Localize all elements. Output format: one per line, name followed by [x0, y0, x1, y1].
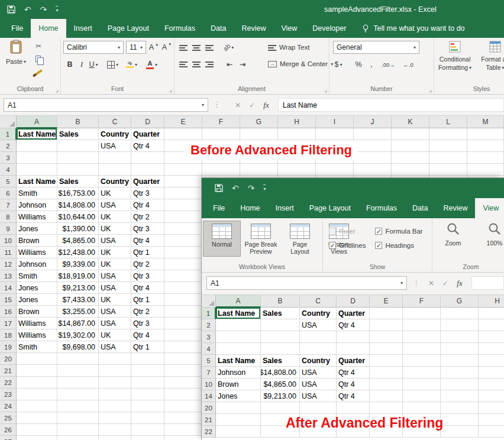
cell-a22[interactable]: [216, 426, 261, 438]
cell-a18[interactable]: Williams: [17, 329, 57, 341]
cell-b14[interactable]: $9,213.00: [261, 390, 300, 402]
cell-c4[interactable]: [300, 343, 337, 355]
column-header-a[interactable]: A: [216, 295, 261, 308]
row-header-2[interactable]: 2: [202, 319, 216, 331]
column-header-b[interactable]: B: [57, 116, 99, 128]
cell-c10[interactable]: USA: [99, 235, 131, 247]
formula-input[interactable]: Last Name: [278, 98, 504, 112]
italic-button[interactable]: I: [76, 58, 87, 71]
cell-c22[interactable]: [99, 377, 131, 389]
cell-a3[interactable]: [17, 152, 57, 164]
cell-a7[interactable]: Johnson: [216, 367, 261, 378]
view-button-page-break-preview[interactable]: Page Break Preview: [242, 221, 280, 257]
cell-l1[interactable]: [429, 128, 467, 140]
column-header-c[interactable]: C: [99, 116, 131, 128]
cell-a24[interactable]: [17, 400, 57, 412]
row-header-1[interactable]: 1: [0, 128, 17, 140]
cell-e5[interactable]: [370, 355, 403, 367]
cell-c5[interactable]: Country: [300, 355, 337, 367]
cell-j1[interactable]: [354, 128, 392, 140]
column-header-e[interactable]: E: [370, 295, 403, 308]
cell-c8[interactable]: UK: [99, 211, 131, 223]
column-header-l[interactable]: L: [429, 116, 467, 128]
cell-d14[interactable]: Qtr 4: [131, 282, 164, 294]
column-header-g[interactable]: G: [240, 116, 278, 128]
cell-b18[interactable]: $19,302.00: [57, 329, 99, 341]
cell-b17[interactable]: $14,867.00: [57, 318, 99, 329]
main-tab-view[interactable]: View: [273, 19, 305, 38]
cell-b23[interactable]: [57, 389, 99, 400]
font-size-combo[interactable]: 11▾: [126, 41, 146, 54]
name-box[interactable]: A1▾: [4, 98, 208, 112]
cell-a1[interactable]: Last Name: [17, 128, 57, 140]
cell-f1[interactable]: [403, 308, 441, 319]
row-header-2[interactable]: 2: [0, 140, 17, 152]
cell-e25[interactable]: [164, 412, 202, 424]
cell-l2[interactable]: [429, 140, 467, 152]
cell-d3[interactable]: [131, 152, 164, 164]
cell-d21[interactable]: [131, 365, 164, 377]
cell-l4[interactable]: [429, 164, 467, 176]
checkbox-formula-bar[interactable]: ✓Formula Bar: [375, 228, 422, 235]
cell-h4[interactable]: [479, 343, 504, 355]
cell-c14[interactable]: USA: [99, 282, 131, 294]
cell-g22[interactable]: [441, 426, 479, 438]
cell-d1[interactable]: Quarter: [131, 128, 164, 140]
number-format-combo[interactable]: General▾: [333, 41, 419, 54]
cell-a21[interactable]: [17, 365, 57, 377]
cell-b15[interactable]: $7,433.00: [57, 294, 99, 306]
cell-c9[interactable]: UK: [99, 223, 131, 235]
cell-a2[interactable]: [216, 319, 261, 331]
overlay-tab-insert[interactable]: Insert: [268, 198, 302, 218]
cell-e14[interactable]: [370, 390, 403, 402]
copy-button[interactable]: [33, 53, 54, 64]
bold-button[interactable]: B: [64, 58, 75, 71]
cell-d2[interactable]: Qtr 4: [337, 319, 370, 331]
cell-d20[interactable]: [337, 402, 370, 414]
cell-d9[interactable]: Qtr 3: [131, 223, 164, 235]
cell-a13[interactable]: Smith: [17, 270, 57, 282]
format-painter-button[interactable]: [33, 66, 54, 77]
cell-b8[interactable]: $10,644.00: [57, 211, 99, 223]
column-header-h[interactable]: H: [479, 295, 504, 308]
cell-a27[interactable]: [17, 436, 57, 440]
cell-h2[interactable]: [479, 319, 504, 331]
cell-a10[interactable]: Brown: [17, 235, 57, 247]
cell-e11[interactable]: [164, 247, 202, 258]
cell-d4[interactable]: [337, 343, 370, 355]
cell-c18[interactable]: UK: [99, 329, 131, 341]
cell-e6[interactable]: [164, 187, 202, 199]
cell-a26[interactable]: [17, 424, 57, 436]
overlay-tab-review[interactable]: Review: [435, 198, 475, 218]
column-header-c[interactable]: C: [300, 295, 337, 308]
column-header-f[interactable]: F: [202, 116, 240, 128]
cell-b1[interactable]: Sales: [261, 308, 300, 319]
cell-b2[interactable]: [57, 140, 99, 152]
cell-a20[interactable]: [216, 402, 261, 414]
row-header-14[interactable]: 14: [0, 282, 17, 294]
overlay-tab-page-layout[interactable]: Page Layout: [302, 198, 358, 218]
cell-b20[interactable]: [261, 402, 300, 414]
insert-function-button[interactable]: fx: [260, 98, 272, 112]
wrap-text-button[interactable]: Wrap Text: [268, 41, 309, 54]
row-header-21[interactable]: 21: [202, 414, 216, 426]
row-header-18[interactable]: 18: [0, 329, 17, 341]
cell-a15[interactable]: Jones: [17, 294, 57, 306]
cell-f10[interactable]: [403, 378, 441, 390]
cell-a4[interactable]: [17, 164, 57, 176]
cell-i1[interactable]: [316, 128, 354, 140]
cell-d20[interactable]: [131, 353, 164, 365]
cell-d25[interactable]: [131, 412, 164, 424]
cell-b20[interactable]: [57, 353, 99, 365]
row-header-1[interactable]: 1: [202, 308, 216, 319]
cell-d5[interactable]: Quarter: [131, 176, 164, 187]
cell-b4[interactable]: [57, 164, 99, 176]
cell-c24[interactable]: [99, 400, 131, 412]
cell-c3[interactable]: [99, 152, 131, 164]
cell-c4[interactable]: [99, 164, 131, 176]
row-header-22[interactable]: 22: [0, 377, 17, 389]
orientation-button[interactable]: ab▾: [223, 41, 234, 54]
cell-h7[interactable]: [479, 367, 504, 378]
column-header-f[interactable]: F: [403, 295, 441, 308]
row-header-25[interactable]: 25: [0, 412, 17, 424]
